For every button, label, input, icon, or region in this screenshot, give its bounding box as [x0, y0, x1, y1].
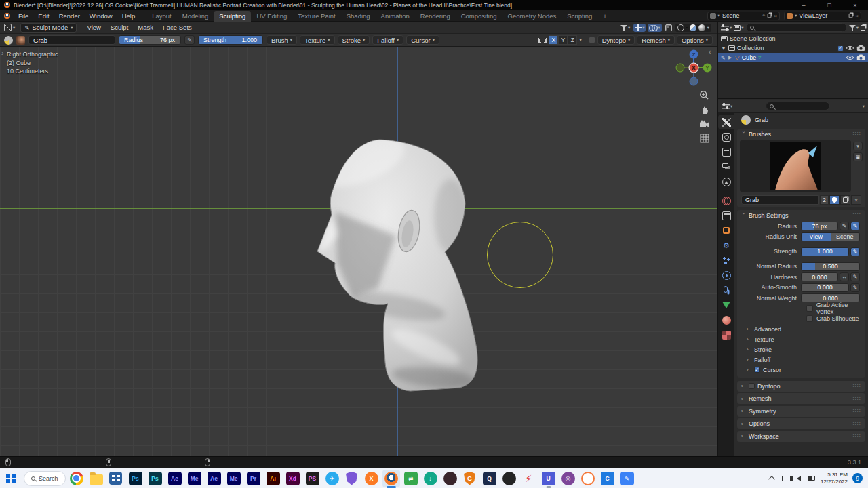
remove-view-layer-icon[interactable]: ×: [855, 13, 859, 19]
duplicate-brush-button[interactable]: [840, 195, 850, 205]
radius-pressure-button[interactable]: ✎: [850, 222, 860, 230]
sculpted-head-model[interactable]: [0, 47, 717, 456]
subsection-header[interactable]: › ✓ Falloff: [737, 354, 865, 365]
brush-falloff-icon[interactable]: [4, 36, 13, 45]
taskbar-app[interactable]: [382, 470, 400, 487]
start-button[interactable]: [2, 470, 20, 487]
properties-panel-header[interactable]: › ✓ Dyntopo ∷∷: [737, 381, 865, 392]
viewport-menu-item[interactable]: Face Sets: [158, 24, 197, 31]
properties-options-dropdown[interactable]: ▾: [863, 104, 865, 109]
hardness-pressure-button[interactable]: ✎: [850, 272, 860, 281]
minimize-button[interactable]: –: [791, 0, 816, 10]
zoom-view-button[interactable]: [698, 89, 710, 101]
panel-grip-icon[interactable]: ∷∷: [853, 383, 861, 389]
subsection-header[interactable]: › ✓ Texture: [737, 334, 865, 344]
properties-tab[interactable]: [718, 160, 734, 174]
hidden-icons-chevron[interactable]: [769, 474, 777, 483]
radius-unit-option[interactable]: Scene: [831, 233, 860, 241]
filter-options-dropdown[interactable]: ▾: [849, 24, 859, 31]
workspace-tab[interactable]: +: [597, 11, 612, 22]
show-overlays-toggle[interactable]: ▾: [648, 24, 661, 32]
taskbar-app[interactable]: C: [599, 470, 616, 487]
taskbar-app[interactable]: Xd: [284, 470, 302, 487]
maximize-button[interactable]: □: [816, 0, 842, 10]
workspace-tab[interactable]: Shading: [341, 11, 376, 22]
battery-icon[interactable]: [808, 474, 816, 483]
panel-checkbox[interactable]: ✓: [749, 383, 755, 389]
radius-animate-icon[interactable]: ✎: [840, 222, 849, 230]
panel-grip-icon[interactable]: ∷∷: [853, 212, 861, 218]
editor-type-button[interactable]: ▾: [1, 24, 18, 31]
properties-tab[interactable]: [718, 209, 734, 222]
dyntopo-dropdown[interactable]: Dyntopo▾: [597, 35, 635, 45]
properties-tab[interactable]: [718, 224, 734, 237]
radius-slider[interactable]: Radius 76 px: [119, 35, 181, 45]
taskbar-app[interactable]: Ai: [264, 470, 282, 487]
hardness-slider[interactable]: 0.000: [801, 272, 838, 281]
blender-menu-icon[interactable]: [4, 13, 10, 19]
mirror-axis-button[interactable]: Y: [558, 35, 568, 45]
panel-grip-icon[interactable]: ∷∷: [853, 421, 861, 427]
brush-cursor-circle[interactable]: [487, 222, 553, 288]
workspace-tab[interactable]: Rendering: [415, 11, 456, 22]
normal-weight-slider[interactable]: 0.000: [801, 293, 860, 302]
properties-editor-type-button[interactable]: ▾: [722, 103, 732, 110]
workspace-tab[interactable]: Texture Paint: [292, 11, 340, 22]
brush-preview-dropdown[interactable]: ▾: [853, 142, 863, 150]
menu-item[interactable]: Render: [54, 12, 85, 20]
taskbar-app[interactable]: ✈: [323, 470, 341, 487]
clock[interactable]: 5:31 PM 12/27/2022: [821, 472, 848, 485]
taskbar-app[interactable]: Me: [186, 470, 203, 487]
checkbox-row[interactable]: ✓ Grab Active Vertex: [806, 304, 865, 313]
tool-dropdown[interactable]: Cursor▾: [406, 35, 439, 45]
properties-tab[interactable]: [718, 130, 734, 144]
strength-slider[interactable]: 1.000: [801, 247, 849, 256]
material-preview-button[interactable]: [690, 24, 696, 31]
fake-user-shield-button[interactable]: [829, 195, 840, 205]
workspace-tab[interactable]: Sculpting: [214, 11, 251, 22]
unlink-scene-icon[interactable]: ×: [774, 13, 777, 19]
navigation-gizmo[interactable]: Z Y X: [675, 49, 713, 87]
viewport-menu-item[interactable]: Sculpt: [106, 24, 133, 31]
outliner-row-scene-collection[interactable]: Scene Collection: [718, 34, 868, 43]
workspace-tab[interactable]: Compositing: [456, 11, 502, 22]
new-collection-icon[interactable]: [861, 25, 865, 30]
camera-view-button[interactable]: [698, 118, 710, 129]
object-visibility-toggle[interactable]: ▾: [619, 24, 631, 32]
remesh-dropdown[interactable]: Remesh▾: [637, 35, 675, 45]
properties-search-input[interactable]: [766, 102, 830, 110]
outliner-row-cube[interactable]: ✎ ▶ ▽ Cube ▿: [718, 53, 868, 62]
brush-name-field[interactable]: Grab: [28, 35, 115, 45]
tool-dropdown[interactable]: Stroke▾: [338, 35, 370, 45]
hide-in-viewport-icon[interactable]: [846, 55, 854, 60]
collection-checkbox[interactable]: ✓: [837, 45, 844, 52]
view-layer-selector[interactable]: ▾ ViewLayer ×: [784, 12, 861, 20]
unlink-brush-button[interactable]: ×: [851, 195, 861, 205]
properties-panel-header[interactable]: › ✓ Workspace ∷∷: [737, 431, 865, 442]
taskbar-app[interactable]: ◎: [559, 470, 577, 487]
workspace-tab[interactable]: Scripting: [561, 11, 597, 22]
properties-tab[interactable]: [718, 115, 734, 129]
properties-panel-header[interactable]: › ✓ Symmetry ∷∷: [737, 406, 865, 417]
taskbar-app[interactable]: X: [363, 470, 380, 487]
properties-tab[interactable]: [718, 194, 734, 207]
hardness-inverse-icon[interactable]: ↔: [840, 272, 849, 281]
properties-tab[interactable]: [718, 239, 734, 252]
subsection-header[interactable]: › ✓ Advanced: [737, 324, 865, 334]
strength-pressure-button[interactable]: ✎: [850, 247, 860, 256]
workspace-tab[interactable]: Geometry Nodes: [502, 11, 562, 22]
notification-badge[interactable]: 9: [852, 473, 863, 483]
taskbar-app[interactable]: [87, 470, 105, 487]
subsection-checkbox[interactable]: ✓: [754, 367, 760, 373]
checkbox[interactable]: ✓: [806, 305, 813, 312]
tool-dropdown[interactable]: Falloff▾: [372, 35, 403, 45]
brush-settings-header[interactable]: › Brush Settings ∷∷: [737, 210, 865, 220]
radius-slider[interactable]: 76 px: [801, 222, 838, 230]
close-button[interactable]: ×: [842, 0, 868, 10]
normal-radius-slider[interactable]: 0.500: [801, 262, 860, 271]
properties-tab[interactable]: [718, 283, 734, 297]
taskbar-app[interactable]: U: [540, 470, 557, 487]
taskbar-app[interactable]: [343, 470, 361, 487]
panel-grip-icon[interactable]: ∷∷: [853, 408, 861, 414]
dyntopo-checkbox[interactable]: ✓: [589, 37, 595, 43]
